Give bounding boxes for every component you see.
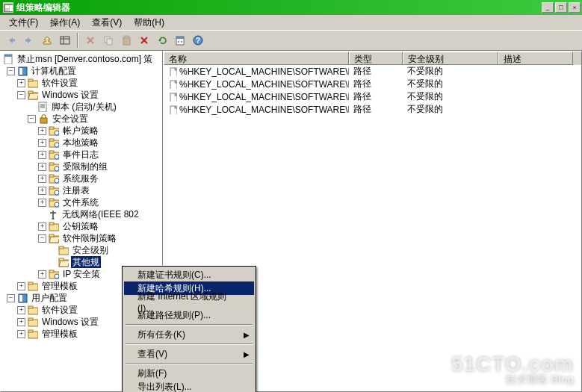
list-row[interactable]: %HKEY_LOCAL_MACHINE\SOFTWARE\Micro...路径不…	[164, 78, 581, 90]
toolbar-separator	[77, 33, 78, 48]
node-icon	[48, 125, 60, 136]
lock-icon	[37, 113, 49, 124]
menu-all-tasks[interactable]: 所有任务(K)▶	[124, 328, 254, 341]
expander-plus-icon[interactable]: +	[38, 139, 46, 147]
cell-type: 路径	[349, 78, 403, 90]
window-title: 组策略编辑器	[16, 1, 70, 14]
up-button[interactable]	[39, 32, 55, 49]
back-button[interactable]	[3, 32, 19, 49]
expander-plus-icon[interactable]: +	[17, 79, 25, 87]
file-icon	[168, 92, 177, 102]
cell-type: 路径	[349, 90, 403, 103]
list-body: %HKEY_LOCAL_MACHINE\SOFTWARE\Micro...路径不…	[164, 65, 581, 116]
expander-minus-icon[interactable]: −	[7, 67, 15, 75]
expander-plus-icon[interactable]: +	[38, 270, 46, 279]
node-icon	[48, 269, 60, 279]
expander-plus-icon[interactable]: +	[38, 175, 46, 183]
close-button[interactable]: ×	[569, 2, 581, 13]
cell-level: 不受限的	[403, 78, 498, 90]
node-icon	[48, 185, 60, 196]
list-row[interactable]: %HKEY_LOCAL_MACHINE\SOFTWARE\Micro...路径不…	[164, 103, 581, 116]
submenu-arrow-icon: ▶	[244, 350, 250, 358]
tree-windows-settings[interactable]: − Windows 设置	[2, 89, 162, 101]
tree-root[interactable]: 禁止msn [Denver.contoso.com] 策	[2, 53, 162, 65]
tree-software-restriction[interactable]: − 软件限制策略	[2, 232, 162, 244]
tree-restricted-groups[interactable]: + 受限制的组	[2, 161, 162, 172]
node-icon	[48, 149, 60, 160]
column-description[interactable]: 描述	[498, 52, 573, 65]
menu-new-cert-rule[interactable]: 新建证书规则(C)...	[124, 268, 254, 281]
folder-icon	[27, 317, 39, 327]
menu-refresh[interactable]: 刷新(F)	[124, 367, 254, 380]
maximize-button[interactable]: □	[555, 2, 567, 13]
expander-plus-icon[interactable]: +	[17, 330, 25, 338]
tree-computer-config[interactable]: − 计算机配置	[2, 65, 162, 77]
tree-system-services[interactable]: + 系统服务	[2, 172, 162, 184]
menu-separator	[126, 343, 253, 345]
watermark: 51CTO.com 技术博客 Blog	[451, 352, 574, 387]
expander-minus-icon[interactable]: −	[38, 234, 46, 243]
help-button[interactable]	[190, 32, 206, 49]
expander-minus-icon[interactable]: −	[17, 91, 25, 99]
menu-export-list[interactable]: 导出列表(L)...	[124, 380, 254, 392]
menu-view[interactable]: 查看(V)	[86, 15, 128, 31]
menu-new-internet-rule[interactable]: 新建 Internet 区域规则(I)...	[124, 295, 254, 308]
tree-wireless[interactable]: 无线网络(IEEE 802	[2, 208, 162, 220]
expander-plus-icon[interactable]: +	[38, 223, 46, 231]
menu-help[interactable]: 帮助(H)	[128, 15, 170, 31]
folder-open-icon	[48, 233, 60, 243]
tree-local-policy[interactable]: + 本地策略	[2, 137, 162, 149]
paste-button[interactable]	[118, 32, 134, 49]
submenu-arrow-icon: ▶	[244, 331, 250, 339]
tree-label-selected: 其他规	[71, 256, 101, 268]
context-menu: 新建证书规则(C)... 新建哈希规则(H)... 新建 Internet 区域…	[122, 266, 256, 392]
tree-software-settings[interactable]: + 软件设置	[2, 77, 162, 89]
expander-plus-icon[interactable]: +	[17, 282, 25, 290]
folder-icon	[27, 281, 39, 291]
copy-button[interactable]	[100, 32, 117, 49]
show-console-button[interactable]	[57, 32, 73, 49]
column-security-level[interactable]: 安全级别	[403, 52, 498, 65]
menu-file[interactable]: 文件(F)	[3, 15, 44, 31]
menubar: 文件(F) 操作(A) 查看(V) 帮助(H)	[0, 15, 582, 30]
expander-plus-icon[interactable]: +	[38, 127, 46, 135]
book-icon	[16, 66, 28, 76]
menu-separator	[126, 363, 253, 364]
tree-scripts[interactable]: 脚本 (启动/关机)	[2, 101, 162, 113]
tree-event-log[interactable]: + 事件日志	[2, 149, 162, 161]
expander-plus-icon[interactable]: +	[38, 187, 46, 195]
list-header: 名称 类型 安全级别 描述	[164, 52, 581, 65]
column-name[interactable]: 名称	[164, 52, 349, 65]
tree-account-policy[interactable]: + 帐户策略	[2, 125, 162, 137]
expander-minus-icon[interactable]: −	[7, 294, 15, 302]
cell-name: %HKEY_LOCAL_MACHINE\SOFTWARE\Micro...	[164, 105, 349, 115]
expander-minus-icon[interactable]: −	[28, 115, 36, 123]
menu-view[interactable]: 查看(V)▶	[124, 347, 254, 361]
expander-plus-icon[interactable]: +	[38, 151, 46, 159]
expander-plus-icon[interactable]: +	[17, 306, 25, 314]
export-button[interactable]	[172, 32, 188, 49]
forward-button[interactable]	[21, 32, 37, 49]
tree-public-key[interactable]: + 公钥策略	[2, 220, 162, 232]
tree-security-level[interactable]: 安全级别	[2, 244, 162, 256]
expander-plus-icon[interactable]: +	[38, 199, 46, 207]
column-type[interactable]: 类型	[349, 52, 403, 65]
menu-action[interactable]: 操作(A)	[44, 15, 86, 31]
delete-button[interactable]	[136, 32, 152, 49]
wifi-icon	[47, 209, 59, 220]
tree-security-settings[interactable]: − 安全设置	[2, 113, 162, 125]
tree-registry[interactable]: + 注册表	[2, 184, 162, 196]
expander-plus-icon[interactable]: +	[38, 163, 46, 171]
folder-icon	[27, 78, 39, 88]
menu-new-path-rule[interactable]: 新建路径规则(P)...	[124, 308, 254, 322]
refresh-button[interactable]	[154, 32, 170, 49]
expander-plus-icon[interactable]: +	[17, 318, 25, 326]
tree-file-system[interactable]: + 文件系统	[2, 196, 162, 208]
node-icon	[48, 197, 60, 208]
list-row[interactable]: %HKEY_LOCAL_MACHINE\SOFTWARE\Micro...路径不…	[164, 65, 581, 78]
minimize-button[interactable]: _	[542, 2, 554, 13]
cut-button[interactable]	[82, 32, 99, 49]
list-row[interactable]: %HKEY_LOCAL_MACHINE\SOFTWARE\Micro...路径不…	[164, 90, 581, 103]
file-icon	[168, 79, 177, 90]
cell-type: 路径	[349, 103, 403, 116]
